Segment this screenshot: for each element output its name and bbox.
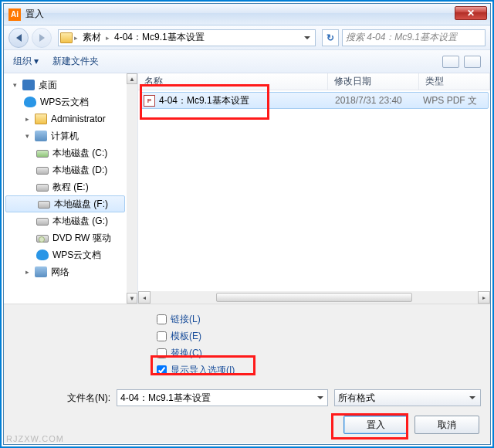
folder-tree: ▾桌面 WPS云文档 ▸Administrator ▾计算机 本地磁盘 (C:)… — [4, 73, 138, 304]
scroll-track[interactable] — [151, 291, 478, 304]
tree-label: 桌面 — [39, 79, 57, 92]
filetype-select[interactable]: 所有格式 — [334, 389, 481, 406]
column-type[interactable]: 类型 — [419, 73, 490, 90]
breadcrumb-sep: ▸ — [106, 34, 110, 42]
breadcrumb-sep: ▸ — [74, 34, 78, 42]
button-label: 置入 — [367, 419, 385, 432]
app-icon: Ai — [8, 8, 21, 21]
tree-computer[interactable]: ▾计算机 — [4, 127, 127, 144]
file-type: WPS PDF 文 — [423, 94, 477, 107]
file-list: 名称 修改日期 类型 P 4-04：Mc9.1基本设置 2018/7/31 23… — [138, 73, 490, 304]
tree-label: 本地磁盘 (C:) — [52, 147, 107, 160]
toolbar: 组织 ▾ 新建文件夹 — [4, 50, 490, 73]
drive-icon — [36, 218, 49, 226]
scroll-track[interactable] — [127, 84, 137, 293]
filename-row: 文件名(N): 4-04：Mc9.1基本设置 所有格式 — [13, 389, 481, 406]
close-icon: ✕ — [467, 8, 475, 19]
scroll-left-button[interactable]: ◂ — [138, 291, 151, 304]
scroll-right-button[interactable]: ▸ — [478, 291, 490, 304]
scroll-up-button[interactable]: ▲ — [127, 73, 137, 84]
button-row: 置入 取消 — [13, 416, 481, 434]
address-bar[interactable]: ▸ 素材 ▸ 4-04：Mc9.1基本设置 — [58, 29, 316, 46]
close-button[interactable]: ✕ — [455, 6, 487, 20]
pdf-file-icon: P — [144, 95, 155, 107]
list-scrollbar[interactable]: ◂ ▸ — [138, 291, 490, 304]
expand-icon[interactable]: ▸ — [24, 116, 31, 123]
breadcrumb-seg-0[interactable]: 素材 — [80, 29, 104, 46]
option-label: 替换(C) — [171, 347, 202, 360]
tree-drive[interactable]: WPS云文档 — [4, 246, 127, 263]
address-dropdown[interactable] — [301, 30, 313, 46]
option-replace[interactable]: 替换(C) — [157, 344, 490, 361]
tree-drive[interactable]: 教程 (E:) — [4, 178, 127, 195]
organize-menu[interactable]: 组织 ▾ — [13, 55, 39, 68]
file-date: 2018/7/31 23:40 — [332, 95, 423, 106]
show-import-checkbox[interactable] — [157, 365, 167, 375]
back-button[interactable] — [8, 28, 29, 48]
help-button[interactable] — [464, 56, 481, 68]
link-checkbox[interactable] — [157, 314, 167, 324]
user-folder-icon — [35, 114, 47, 124]
network-icon — [35, 266, 47, 277]
drive-icon — [36, 167, 49, 175]
tree-scrollbar[interactable]: ▲ ▼ — [127, 73, 137, 304]
expand-icon[interactable]: ▾ — [24, 133, 31, 140]
filename-input[interactable]: 4-04：Mc9.1基本设置 — [117, 389, 328, 406]
column-name[interactable]: 名称 — [138, 73, 328, 90]
tree-label: DVD RW 驱动 — [52, 232, 111, 245]
column-date[interactable]: 修改日期 — [328, 73, 419, 90]
tree-label: 本地磁盘 (G:) — [52, 215, 108, 228]
scroll-down-button[interactable]: ▼ — [127, 293, 137, 304]
replace-checkbox[interactable] — [157, 348, 167, 358]
new-folder-button[interactable]: 新建文件夹 — [52, 55, 99, 68]
tree-desktop[interactable]: ▾桌面 — [4, 76, 127, 93]
tree-label: WPS云文档 — [40, 96, 89, 109]
tree-drive[interactable]: 本地磁盘 (F:) — [5, 195, 125, 212]
breadcrumb-seg-1[interactable]: 4-04：Mc9.1基本设置 — [111, 29, 208, 46]
option-template[interactable]: 模板(E) — [157, 328, 490, 344]
desktop-icon — [22, 80, 35, 90]
option-link[interactable]: 链接(L) — [157, 311, 490, 328]
refresh-icon: ↻ — [327, 32, 334, 43]
bottom-panel: 文件名(N): 4-04：Mc9.1基本设置 所有格式 置入 取消 — [4, 383, 490, 443]
tree-label: 教程 (E:) — [52, 181, 89, 194]
tree-drive[interactable]: 本地磁盘 (C:) — [4, 144, 127, 161]
tree-label: 计算机 — [51, 130, 79, 143]
template-checkbox[interactable] — [157, 331, 167, 341]
option-label: 显示导入选项(I) — [171, 364, 235, 377]
tree-label: 网络 — [51, 266, 69, 279]
option-show-import[interactable]: 显示导入选项(I) — [157, 361, 490, 378]
refresh-button[interactable]: ↻ — [322, 29, 339, 46]
expand-icon[interactable]: ▸ — [24, 269, 31, 276]
titlebar: Ai 置入 ✕ — [4, 4, 490, 25]
tree-drive[interactable]: DVD RW 驱动 — [4, 229, 127, 246]
forward-button[interactable] — [32, 28, 52, 48]
scroll-thumb[interactable] — [216, 293, 412, 302]
place-button[interactable]: 置入 — [343, 416, 408, 434]
folder-icon — [60, 32, 73, 43]
file-row[interactable]: P 4-04：Mc9.1基本设置 2018/7/31 23:40 WPS PDF… — [140, 92, 489, 109]
tree-drive[interactable]: 本地磁盘 (D:) — [4, 161, 127, 178]
body: ▾桌面 WPS云文档 ▸Administrator ▾计算机 本地磁盘 (C:)… — [4, 73, 490, 304]
arrow-left-icon — [16, 34, 22, 42]
option-label: 链接(L) — [171, 313, 201, 326]
tree-item[interactable]: WPS云文档 — [4, 93, 127, 110]
tree-drive[interactable]: 本地磁盘 (G:) — [4, 212, 127, 229]
option-label: 模板(E) — [171, 330, 201, 343]
list-header: 名称 修改日期 类型 — [138, 73, 490, 90]
tree-label: Administrator — [51, 114, 106, 124]
outer-border: Ai 置入 ✕ ▸ 素材 ▸ 4-04：Mc9.1基本设置 ↻ 搜索 4-04：… — [0, 0, 494, 448]
tree-label: 本地磁盘 (F:) — [54, 198, 108, 211]
tree-network[interactable]: ▸网络 — [4, 263, 127, 280]
cancel-button[interactable]: 取消 — [414, 416, 479, 434]
button-label: 取消 — [438, 419, 456, 432]
tree-item[interactable]: ▸Administrator — [4, 110, 127, 127]
view-mode-button[interactable] — [442, 56, 459, 68]
dvd-icon — [36, 235, 49, 243]
place-dialog: Ai 置入 ✕ ▸ 素材 ▸ 4-04：Mc9.1基本设置 ↻ 搜索 4-04：… — [3, 3, 491, 445]
expand-icon[interactable]: ▾ — [12, 82, 19, 89]
cloud-icon — [36, 249, 49, 260]
sys-icon — [36, 150, 49, 158]
arrow-right-icon — [39, 34, 45, 42]
search-input[interactable]: 搜索 4-04：Mc9.1基本设置 — [342, 29, 486, 46]
